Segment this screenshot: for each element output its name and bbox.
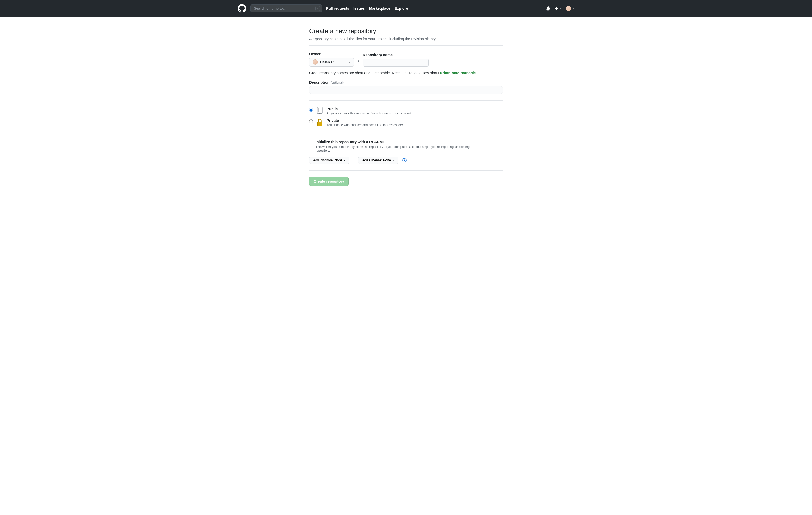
global-header: / Pull requests Issues Marketplace Explo… <box>0 0 812 17</box>
create-new-dropdown[interactable] <box>554 6 562 10</box>
visibility-private-title: Private <box>327 118 503 123</box>
description-input[interactable] <box>309 86 503 94</box>
search-wrap: / <box>250 4 322 12</box>
notifications-button[interactable] <box>546 6 550 10</box>
hint-prefix: Great repository names are short and mem… <box>309 71 440 75</box>
main-container: Create a new repository A repository con… <box>305 27 507 186</box>
owner-col: Owner Helen C <box>309 52 354 66</box>
gitignore-label: Add .gitignore: <box>313 158 334 162</box>
create-repository-button[interactable]: Create repository <box>309 177 349 186</box>
svg-point-7 <box>404 159 405 160</box>
license-label: Add a license: <box>362 158 382 162</box>
plus-icon <box>554 6 558 10</box>
info-icon <box>402 158 407 162</box>
owner-name: Helen C <box>320 60 334 64</box>
svg-rect-3 <box>319 113 320 114</box>
gitignore-value: None <box>335 158 342 162</box>
caret-down-icon <box>572 8 574 10</box>
lock-icon <box>316 118 323 126</box>
readme-checkbox[interactable] <box>309 140 313 144</box>
license-select[interactable]: Add a license: None <box>358 157 398 164</box>
nav-marketplace[interactable]: Marketplace <box>369 6 390 10</box>
vertical-divider <box>354 158 354 163</box>
bell-icon <box>546 6 550 10</box>
owner-repo-separator: / <box>356 59 361 66</box>
readme-text: Initialize this repository with a README… <box>316 140 484 152</box>
caret-down-icon <box>392 160 394 162</box>
svg-rect-0 <box>317 107 322 113</box>
nav-issues[interactable]: Issues <box>353 6 365 10</box>
readme-desc: This will let you immediately clone the … <box>316 145 484 152</box>
visibility-section: Public Anyone can see this repository. Y… <box>309 107 503 127</box>
divider <box>309 100 503 101</box>
visibility-public-option: Public Anyone can see this repository. Y… <box>309 107 503 115</box>
repo-name-col: Repository name <box>363 53 429 66</box>
page-subtitle: A repository contains all the files for … <box>309 37 503 41</box>
owner-repo-row: Owner Helen C / Repository name <box>309 52 503 66</box>
readme-title: Initialize this repository with a README <box>316 140 484 144</box>
caret-down-icon <box>348 61 350 64</box>
user-menu-dropdown[interactable] <box>566 6 574 11</box>
visibility-public-radio[interactable] <box>309 108 313 112</box>
github-logo[interactable] <box>238 4 246 12</box>
submit-section: Create repository <box>309 177 503 186</box>
description-optional: (optional) <box>330 81 344 84</box>
divider <box>309 45 503 46</box>
caret-down-icon <box>343 160 346 162</box>
license-info-button[interactable] <box>402 158 407 162</box>
primary-nav: Pull requests Issues Marketplace Explore <box>326 6 408 10</box>
header-inner: / Pull requests Issues Marketplace Explo… <box>238 4 574 12</box>
nav-pull-requests[interactable]: Pull requests <box>326 6 349 10</box>
user-avatar <box>566 6 571 11</box>
template-select-row: Add .gitignore: None Add a license: None <box>309 157 503 164</box>
description-group: Description (optional) <box>309 80 503 94</box>
init-section: Initialize this repository with a README… <box>309 140 503 164</box>
visibility-private-radio[interactable] <box>309 119 313 123</box>
github-mark-icon <box>238 4 246 12</box>
owner-label: Owner <box>309 52 354 56</box>
svg-rect-4 <box>317 122 322 126</box>
description-label: Description <box>309 80 329 84</box>
header-right <box>546 6 574 11</box>
visibility-private-desc: You choose who can see and commit to thi… <box>327 123 503 127</box>
repo-icon <box>316 107 323 115</box>
name-section: Owner Helen C / Repository name Great re… <box>309 52 503 94</box>
readme-row: Initialize this repository with a README… <box>309 140 503 152</box>
name-suggestion[interactable]: urban-octo-barnacle <box>440 71 476 75</box>
owner-select[interactable]: Helen C <box>309 58 354 66</box>
caret-down-icon <box>559 8 562 10</box>
visibility-private-text: Private You choose who can see and commi… <box>327 118 503 127</box>
name-hint: Great repository names are short and mem… <box>309 71 503 75</box>
gitignore-select[interactable]: Add .gitignore: None <box>309 157 349 164</box>
visibility-private-option: Private You choose who can see and commi… <box>309 118 503 127</box>
license-value: None <box>383 158 391 162</box>
visibility-public-text: Public Anyone can see this repository. Y… <box>327 107 503 115</box>
owner-avatar <box>313 59 318 65</box>
search-input[interactable] <box>250 4 322 12</box>
visibility-public-title: Public <box>327 107 503 111</box>
hint-suffix: . <box>476 71 477 75</box>
repo-name-input[interactable] <box>363 59 429 66</box>
page-title: Create a new repository <box>309 27 503 35</box>
repo-name-label: Repository name <box>363 53 429 57</box>
visibility-public-desc: Anyone can see this repository. You choo… <box>327 112 503 115</box>
nav-explore[interactable]: Explore <box>395 6 408 10</box>
